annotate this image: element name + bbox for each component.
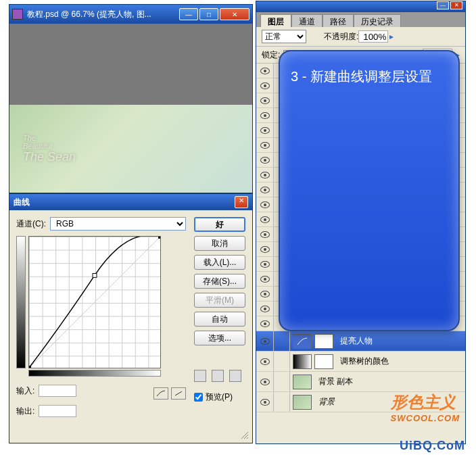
channel-select[interactable]: RGB <box>50 217 186 231</box>
dialog-title: 曲线 <box>14 197 235 208</box>
save-button[interactable]: 存储(S)... <box>194 274 245 289</box>
opacity-flyout-icon[interactable]: ▸ <box>389 32 394 41</box>
channel-label: 通道(C): <box>16 218 46 230</box>
annotation-text: 3 - 新建曲线调整层设置 <box>291 68 448 86</box>
visibility-eye-icon[interactable] <box>260 112 270 119</box>
layer-row[interactable]: 调整树的颜色 <box>256 352 465 372</box>
auto-button[interactable]: 自动 <box>194 312 245 327</box>
lock-label: 锁定: <box>262 49 280 61</box>
tab-channels[interactable]: 通道 <box>291 14 323 27</box>
close-button[interactable]: ✕ <box>220 8 249 20</box>
svg-rect-3 <box>29 366 31 368</box>
canvas-background <box>9 24 252 105</box>
dialog-close-button[interactable]: ✕ <box>235 196 248 208</box>
svg-rect-2 <box>158 237 160 239</box>
svg-rect-1 <box>93 273 97 277</box>
visibility-eye-icon[interactable] <box>260 97 270 104</box>
preview-checkbox[interactable] <box>194 393 203 402</box>
input-label: 输入: <box>16 385 34 397</box>
cancel-button[interactable]: 取消 <box>194 236 245 251</box>
layer-thumbnail <box>293 375 312 389</box>
layer-blend-row: 正常 不透明度: ▸ <box>256 27 465 47</box>
curves-adjustment-icon <box>293 334 312 349</box>
layer-row-selected[interactable]: 提亮人物 <box>256 331 465 352</box>
tab-paths[interactable]: 路径 <box>323 14 354 27</box>
layer-mask-thumbnail <box>314 354 333 369</box>
layer-name[interactable]: 背景 副本 <box>314 376 465 387</box>
canvas-image[interactable]: The Beautiful The Sean <box>9 105 252 193</box>
white-point-eyedropper-icon[interactable] <box>229 370 241 382</box>
image-text: The Beautiful The Sean <box>23 134 76 164</box>
maximize-button[interactable]: □ <box>199 8 218 20</box>
input-gradient <box>28 370 161 377</box>
resize-grip-icon[interactable] <box>240 431 249 440</box>
visibility-eye-icon[interactable] <box>260 261 270 268</box>
visibility-eye-icon[interactable] <box>260 320 270 327</box>
minimize-button[interactable]: — <box>179 8 198 20</box>
visibility-eye-icon[interactable] <box>260 399 270 406</box>
levels-adjustment-icon <box>293 354 312 369</box>
visibility-eye-icon[interactable] <box>260 68 270 74</box>
svg-line-0 <box>29 237 160 368</box>
visibility-eye-icon[interactable] <box>260 306 270 312</box>
visibility-eye-icon[interactable] <box>260 231 270 238</box>
visibility-eye-icon[interactable] <box>260 187 270 193</box>
tab-history[interactable]: 历史记录 <box>354 14 401 27</box>
options-button[interactable]: 选项... <box>194 331 245 345</box>
document-titlebar[interactable]: 教程.psd @ 66.7% (提亮人物, 图... — □ ✕ <box>9 5 252 24</box>
visibility-eye-icon[interactable] <box>260 246 270 253</box>
layer-mask-thumbnail <box>314 334 333 349</box>
preview-label: 预览(P) <box>206 391 233 403</box>
visibility-eye-icon[interactable] <box>260 379 270 385</box>
gray-point-eyedropper-icon[interactable] <box>212 370 224 382</box>
visibility-eye-icon[interactable] <box>260 358 270 365</box>
blend-mode-select[interactable]: 正常 <box>262 30 306 43</box>
visibility-eye-icon[interactable] <box>260 276 270 283</box>
visibility-eye-icon[interactable] <box>260 201 270 208</box>
panel-close-button[interactable]: ✕ <box>450 1 462 9</box>
dialog-titlebar[interactable]: 曲线 ✕ <box>9 194 252 210</box>
layer-name[interactable]: 提亮人物 <box>336 335 465 347</box>
opacity-input[interactable] <box>358 30 388 43</box>
opacity-label: 不透明度: <box>324 31 358 43</box>
output-gradient <box>16 236 26 368</box>
document-title: 教程.psd @ 66.7% (提亮人物, 图... <box>27 9 179 20</box>
ok-button[interactable]: 好 <box>194 217 245 232</box>
panel-minimize-button[interactable]: — <box>437 1 449 9</box>
tab-layers[interactable]: 图层 <box>260 14 291 27</box>
watermark-brand: 形色主义 SWCOOL.COM <box>391 391 460 423</box>
visibility-eye-icon[interactable] <box>260 127 270 134</box>
output-label: 输出: <box>16 406 34 417</box>
layer-name[interactable]: 调整树的颜色 <box>336 356 465 367</box>
output-field[interactable] <box>39 405 76 417</box>
visibility-eye-icon[interactable] <box>260 291 270 297</box>
load-button[interactable]: 载入(L)... <box>194 255 245 270</box>
annotation-overlay: 3 - 新建曲线调整层设置 <box>279 50 460 331</box>
watermark-site: UiBQ.CoM <box>400 439 465 453</box>
visibility-eye-icon[interactable] <box>260 157 270 164</box>
visibility-eye-icon[interactable] <box>260 142 270 149</box>
layer-thumbnail <box>293 395 312 410</box>
window-controls: — □ ✕ <box>179 8 249 20</box>
curves-graph[interactable] <box>28 236 161 368</box>
document-body: The Beautiful The Sean <box>9 24 252 193</box>
app-icon <box>12 9 23 20</box>
input-field[interactable] <box>39 385 76 397</box>
curve-draw-mode-button[interactable] <box>171 387 186 400</box>
layer-row[interactable]: 背景 副本 <box>256 372 465 392</box>
visibility-eye-icon[interactable] <box>260 338 270 345</box>
document-window: 教程.psd @ 66.7% (提亮人物, 图... — □ ✕ The Bea… <box>9 4 253 193</box>
panel-titlebar[interactable]: — ✕ <box>256 1 465 12</box>
smooth-button: 平滑(M) <box>194 293 245 308</box>
panel-tabs: 图层 通道 路径 历史记录 <box>256 12 465 27</box>
visibility-eye-icon[interactable] <box>260 172 270 178</box>
curves-dialog: 曲线 ✕ 通道(C): RGB <box>9 193 253 443</box>
black-point-eyedropper-icon[interactable] <box>194 370 206 382</box>
curve-point-mode-button[interactable] <box>153 387 168 400</box>
visibility-eye-icon[interactable] <box>260 82 270 89</box>
visibility-eye-icon[interactable] <box>260 216 270 223</box>
